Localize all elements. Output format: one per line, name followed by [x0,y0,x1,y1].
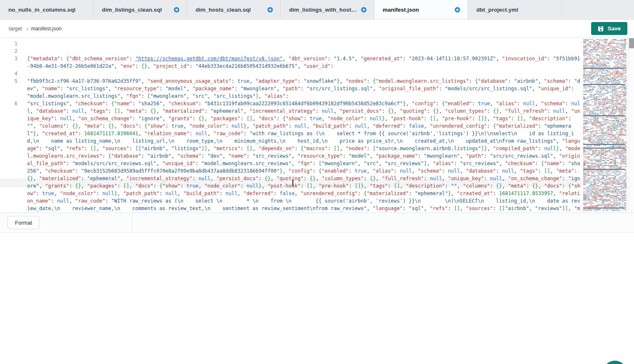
unsaved-changes-dot-icon[interactable] [361,7,367,12]
save-button-label: Save [607,25,621,32]
line-number: 5 [0,77,17,85]
code-line[interactable]: 2 [0,47,582,55]
tab-label: dim_listings_with_hosts.sql [289,7,357,13]
unsaved-changes-dot-icon[interactable] [455,7,460,12]
code-text: {"metadata": {"dbt_schema_version": "htt… [27,55,582,70]
chevron-right-icon: › [26,25,28,32]
tab-label: dim_listings_clean.sql [102,7,162,13]
code-editor[interactable]: 1 2 3 {"metadata": {"dbt_schema_version"… [0,38,634,213]
code-scroll-area[interactable]: 1 2 3 {"metadata": {"dbt_schema_version"… [0,38,582,213]
panel-divider [132,213,132,232]
save-button[interactable]: Save [591,22,627,35]
line-number: 4 [0,70,17,77]
tab-label: no_nulls_in_columns.sql [8,7,75,13]
line-number: 6 [0,100,17,107]
tab-label: dim_hosts_clean.sql [196,7,251,13]
tabbar-spacer [562,0,634,19]
breadcrumb-folder[interactable]: target [9,26,22,32]
tab-no-nulls-in-columns[interactable]: no_nulls_in_columns.sql [0,0,94,19]
line-number: 2 [0,47,17,55]
tab-dbt-project-yml[interactable]: dbt_project.yml [468,0,562,19]
code-text [27,40,582,47]
tab-dim-listings-clean[interactable]: dim_listings_clean.sql [94,0,187,19]
tab-dim-hosts-clean[interactable]: dim_hosts_clean.sql [187,0,281,19]
line-number: 3 [0,55,17,62]
line-number: 1 [0,40,17,47]
code-line[interactable]: 1 [0,40,582,47]
tab-manifest-json[interactable]: manifest.json [374,0,468,19]
results-panel [0,233,634,364]
unsaved-changes-dot-icon[interactable] [174,7,179,12]
tab-label: manifest.json [383,7,419,13]
text-cursor [292,180,293,186]
unsaved-changes-dot-icon[interactable] [267,7,273,12]
code-text [27,47,582,55]
code-line[interactable]: 5 "fbb9f3c2-cf96-4a17-b736-976a62d35ff9"… [0,77,582,100]
minimap-canvas [582,38,628,213]
code-text: "fbb9f3c2-cf96-4a17-b736-976a62d35ff9", … [27,77,582,100]
tab-label: dbt_project.yml [476,7,518,13]
tab-dim-listings-with-hosts[interactable]: dim_listings_with_hosts.sql [281,0,374,19]
breadcrumb-bar: target › manifest.json Save [0,20,634,38]
scrollbar-thumb[interactable] [629,38,634,48]
bottom-action-bar: Format [0,213,634,233]
code-line[interactable]: 4 [0,70,582,77]
editor-tab-bar: no_nulls_in_columns.sql dim_listings_cle… [0,0,634,20]
floppy-disk-icon [598,26,604,32]
code-line[interactable]: 3 {"metadata": {"dbt_schema_version": "h… [0,55,582,70]
code-minimap[interactable] [582,38,628,213]
code-line[interactable]: 6 "src_listings", "checksum": {"name": "… [0,100,582,213]
code-text: "src_listings", "checksum": {"name": "sh… [27,100,582,213]
vertical-scrollbar[interactable] [628,38,634,213]
code-text [27,70,582,77]
breadcrumb-file[interactable]: manifest.json [31,26,62,32]
format-button[interactable]: Format [7,216,40,229]
